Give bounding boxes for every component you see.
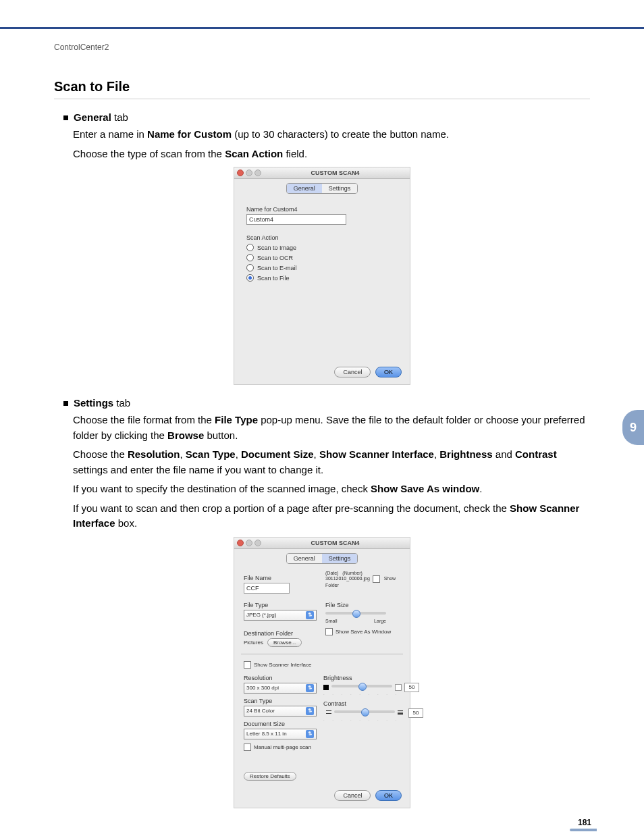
scan-action-label: Scan Action bbox=[246, 234, 398, 241]
filetype-label: File Type bbox=[244, 602, 319, 608]
radio-scan-to-email[interactable]: Scan to E-mail bbox=[246, 264, 398, 271]
radio-scan-to-ocr[interactable]: Scan to OCR bbox=[246, 254, 398, 261]
screenshot-general-tab: CUSTOM SCAN4 General Settings Name for C… bbox=[234, 167, 410, 385]
bullet-label: Settings tab bbox=[74, 397, 130, 409]
page-title: Scan to File bbox=[54, 79, 590, 95]
tab-settings[interactable]: Settings bbox=[322, 184, 358, 193]
destination-folder-label: Destination Folder bbox=[244, 630, 319, 637]
heading-underline bbox=[54, 99, 590, 99]
top-border-bar bbox=[0, 0, 644, 29]
tab-settings[interactable]: Settings bbox=[322, 554, 358, 563]
scantype-select[interactable]: 24 Bit Color⇅ bbox=[244, 706, 317, 716]
brightness-label: Brightness bbox=[323, 675, 423, 681]
square-bullet-icon bbox=[63, 115, 68, 120]
paragraph: Enter a name in Name for Custom (up to 3… bbox=[73, 127, 590, 142]
brightness-value[interactable]: 50 bbox=[404, 683, 419, 692]
radio-scan-to-image[interactable]: Scan to Image bbox=[246, 244, 398, 251]
breadcrumb: ControlCenter2 bbox=[54, 43, 590, 52]
number-hint: (Number) bbox=[342, 571, 363, 575]
minimize-dot-icon bbox=[246, 170, 252, 176]
close-dot-icon bbox=[237, 540, 244, 546]
ok-button[interactable]: OK bbox=[375, 367, 402, 377]
date-hint: (Date) bbox=[325, 571, 338, 575]
screenshot-settings-tab: CUSTOM SCAN4 General Settings File Name … bbox=[234, 537, 410, 808]
chevron-updown-icon: ⇅ bbox=[306, 611, 314, 619]
small-label: Small bbox=[325, 619, 338, 623]
window-titlebar: CUSTOM SCAN4 bbox=[234, 538, 410, 549]
zoom-dot-icon bbox=[254, 170, 261, 176]
minimize-dot-icon bbox=[246, 540, 252, 546]
square-bullet-icon bbox=[63, 401, 68, 406]
close-dot-icon bbox=[237, 170, 244, 176]
filesize-slider[interactable] bbox=[325, 612, 386, 615]
light-icon bbox=[395, 684, 402, 691]
bullet-settings-tab: Settings tab bbox=[63, 397, 590, 409]
filesize-label: File Size bbox=[325, 602, 400, 608]
contrast-slider[interactable] bbox=[334, 710, 395, 713]
paragraph: Choose the type of scan from the Scan Ac… bbox=[73, 147, 590, 162]
resolution-label: Resolution bbox=[244, 675, 317, 681]
restore-defaults-button[interactable]: Restore Defaults bbox=[244, 772, 296, 781]
filename-input[interactable]: CCF bbox=[244, 583, 290, 594]
resolution-select[interactable]: 300 x 300 dpi⇅ bbox=[244, 683, 317, 694]
brightness-slider[interactable] bbox=[331, 685, 392, 687]
scantype-label: Scan Type bbox=[244, 698, 317, 704]
paragraph: Choose the file format from the File Typ… bbox=[73, 413, 590, 443]
paragraph: Choose the Resolution, Scan Type, Docume… bbox=[73, 447, 590, 477]
docsize-select[interactable]: Letter 8.5 x 11 in⇅ bbox=[244, 729, 317, 739]
docsize-label: Document Size bbox=[244, 721, 317, 727]
tab-segment: General Settings bbox=[286, 553, 358, 564]
radio-scan-to-file[interactable]: Scan to File bbox=[246, 274, 398, 282]
window-title: CUSTOM SCAN4 bbox=[263, 540, 407, 546]
large-label: Large bbox=[374, 619, 386, 623]
window-title: CUSTOM SCAN4 bbox=[263, 170, 407, 176]
contrast-value[interactable]: 50 bbox=[408, 708, 423, 718]
slider-ticks: · · · · · · · · · bbox=[323, 718, 423, 722]
cancel-button[interactable]: Cancel bbox=[334, 790, 371, 801]
browse-button[interactable]: Browse... bbox=[267, 638, 302, 647]
chevron-updown-icon: ⇅ bbox=[306, 707, 314, 715]
low-contrast-icon bbox=[326, 710, 331, 716]
tab-general[interactable]: General bbox=[287, 554, 322, 563]
chevron-updown-icon: ⇅ bbox=[306, 730, 314, 738]
show-scanner-interface-checkbox[interactable]: Show Scanner Interface bbox=[244, 661, 400, 669]
page-number: 181 bbox=[578, 818, 591, 827]
tab-general[interactable]: General bbox=[287, 184, 322, 193]
cancel-button[interactable]: Cancel bbox=[334, 367, 371, 377]
contrast-label: Contrast bbox=[323, 700, 423, 707]
paragraph: If you want to specify the destination o… bbox=[73, 481, 590, 497]
high-contrast-icon bbox=[398, 710, 403, 716]
name-for-custom-label: Name for Custom4 bbox=[246, 206, 398, 213]
filetype-select[interactable]: JPEG (*.jpg)⇅ bbox=[244, 610, 317, 621]
ok-button[interactable]: OK bbox=[375, 790, 402, 801]
destination-folder-value: Pictures bbox=[244, 640, 263, 646]
dark-icon bbox=[323, 685, 329, 690]
chevron-updown-icon: ⇅ bbox=[306, 684, 314, 692]
show-folder-checkbox[interactable] bbox=[373, 575, 380, 583]
filename-label: File Name bbox=[244, 575, 319, 581]
window-titlebar: CUSTOM SCAN4 bbox=[234, 167, 410, 179]
paragraph: If you want to scan and then crop a port… bbox=[73, 501, 590, 531]
page-number-accent bbox=[570, 829, 597, 831]
zoom-dot-icon bbox=[254, 540, 261, 546]
tab-segment: General Settings bbox=[286, 183, 358, 194]
bullet-label: General tab bbox=[74, 111, 128, 123]
name-for-custom-input[interactable]: Custom4 bbox=[246, 214, 346, 225]
filename-sample: 30112010_00000.jpg bbox=[325, 576, 370, 581]
manual-multipage-checkbox[interactable]: Manual multi-page scan bbox=[244, 744, 317, 751]
show-save-as-checkbox[interactable]: Show Save As Window bbox=[325, 628, 400, 635]
bullet-general-tab: General tab bbox=[63, 111, 590, 123]
slider-ticks: · · · · · · · · · bbox=[323, 692, 423, 696]
chapter-side-tab: 9 bbox=[622, 410, 644, 445]
